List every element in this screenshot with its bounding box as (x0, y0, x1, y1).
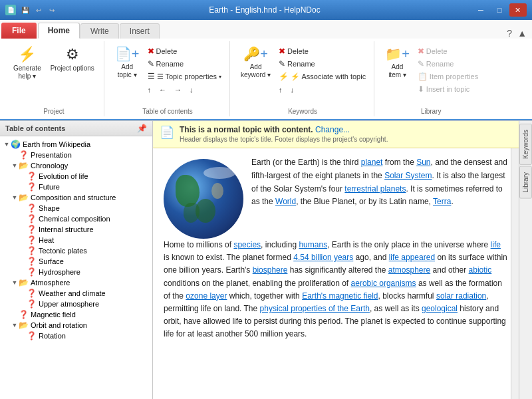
kw-delete-button[interactable]: ✖ Delete (276, 45, 368, 57)
toggle-atmosphere[interactable]: ▼ (11, 279, 19, 286)
tree-item-chemical[interactable]: ❓ Chemical composition (0, 213, 152, 224)
toc-right-button[interactable]: → (172, 84, 184, 95)
add-keyword-button[interactable]: 🔑+ Addkeyword ▾ (237, 44, 275, 81)
sidebar-header-icons: 📌 (137, 124, 147, 133)
maximize-button[interactable]: □ (491, 3, 508, 17)
kw-rename-button[interactable]: ✎ Rename (276, 58, 368, 70)
link-humans[interactable]: humans (299, 240, 327, 249)
toc-delete-button[interactable]: ✖ Delete (145, 45, 225, 57)
link-physical-props[interactable]: physical properties of the Earth (260, 304, 370, 313)
generate-help-button[interactable]: ⚡ Generatehelp ▾ (9, 44, 45, 82)
tree-item-hydrosphere[interactable]: ❓ Hydrosphere (0, 267, 152, 277)
topic-properties-button[interactable]: ☰ ☰ Topic properties ▾ (145, 70, 225, 82)
kw-rename-label: Rename (287, 60, 315, 68)
link-atmosphere[interactable]: atmosphere (388, 265, 430, 275)
tree-item-composition[interactable]: ▼ 📂 Composition and structure (0, 192, 152, 203)
notice-icon: 📄 (160, 125, 174, 140)
tree-item-rotation[interactable]: ❓ Rotation (0, 331, 152, 341)
vtab-keywords[interactable]: Keywords (519, 124, 532, 165)
link-solar-radiation[interactable]: solar radiation (436, 291, 486, 301)
sidebar-tree: ▼ 🌍 Earth from Wikipedia ❓ Presentation … (0, 136, 152, 399)
lib-rename-icon: ✎ (418, 59, 424, 68)
tree-item-heat[interactable]: ❓ Heat (0, 235, 152, 245)
ribbon-help-icon[interactable]: ? (507, 28, 512, 39)
add-topic-icon: 📄+ (115, 46, 140, 62)
notice-change-link[interactable]: Change... (315, 125, 350, 134)
library-col: ✖ Delete ✎ Rename 📋 Item properties ⬇ In… (415, 44, 481, 106)
sidebar-pin-icon[interactable]: 📌 (137, 124, 147, 133)
weather-label: Weather and climate (39, 289, 106, 297)
project-options-button[interactable]: ⚙ Project options (47, 44, 98, 74)
tab-home[interactable]: Home (38, 23, 80, 39)
evolution-page-icon: ❓ (27, 172, 37, 181)
link-planet[interactable]: planet (361, 158, 383, 167)
composition-folder-icon: 📂 (19, 193, 29, 202)
tree-item-presentation[interactable]: ❓ Presentation (0, 150, 152, 160)
tree-item-chronology[interactable]: ▼ 📂 Chronology (0, 160, 152, 171)
quick-undo-icon[interactable]: ↩ (33, 5, 44, 15)
tree-item-magnetic[interactable]: ❓ Magnetic field (0, 309, 152, 320)
link-geological[interactable]: geological (422, 304, 458, 313)
link-sun[interactable]: Sun (416, 158, 430, 167)
quick-save-icon[interactable]: 💾 (20, 5, 31, 15)
associate-with-topic-button[interactable]: ⚡ ⚡ Associate with topic (276, 70, 368, 82)
minimize-button[interactable]: ─ (472, 3, 489, 17)
editor-content[interactable]: Earth (or the Earth) is the third planet… (153, 148, 519, 399)
toggle-chronology[interactable]: ▼ (11, 162, 19, 169)
toggle-orbit[interactable]: ▼ (11, 322, 19, 329)
tree-item-orbit[interactable]: ▼ 📂 Orbit and rotation (0, 320, 152, 331)
link-abiotic[interactable]: abiotic (469, 265, 492, 275)
link-aerobic[interactable]: aerobic organisms (351, 279, 416, 288)
link-ozone[interactable]: ozone layer (186, 291, 227, 301)
atmosphere-folder-icon: 📂 (19, 278, 29, 287)
link-terra[interactable]: Terra (433, 197, 451, 206)
link-species[interactable]: species (233, 240, 261, 249)
link-terrestrial[interactable]: terrestrial planets (344, 184, 406, 194)
toc-down-button[interactable]: ↓ (187, 84, 196, 95)
kw-up-button[interactable]: ↑ (276, 84, 285, 95)
link-billion-years[interactable]: 4.54 billion years (293, 253, 353, 262)
tree-item-upper[interactable]: ❓ Upper atmosphere (0, 299, 152, 309)
link-life[interactable]: life (491, 240, 501, 249)
tab-insert[interactable]: Insert (120, 23, 160, 39)
link-magnetic-field[interactable]: Earth's magnetic field (302, 291, 378, 301)
tree-item-tectonic[interactable]: ❓ Tectonic plates (0, 245, 152, 256)
toc-rename-button[interactable]: ✎ Rename (145, 58, 225, 70)
kw-down-button[interactable]: ↓ (288, 84, 297, 95)
toggle-composition[interactable]: ▼ (11, 194, 19, 201)
toc-left-button[interactable]: ← (156, 84, 169, 95)
tree-item-surface[interactable]: ❓ Surface (0, 256, 152, 267)
editor-text: Earth (or the Earth) is the third planet… (251, 156, 508, 239)
notice-sub: Header displays the topic's title. Foote… (180, 136, 388, 143)
tectonic-page-icon: ❓ (27, 246, 37, 255)
link-solar-system[interactable]: Solar System (384, 171, 432, 180)
tree-item-weather[interactable]: ❓ Weather and climate (0, 288, 152, 299)
lib-delete-icon: ✖ (418, 47, 424, 56)
tree-item-future[interactable]: ❓ Future (0, 182, 152, 192)
project-group-label: Project (4, 108, 104, 115)
tree-item-evolution[interactable]: ❓ Evolution of life (0, 171, 152, 182)
quick-redo-icon[interactable]: ↪ (47, 5, 57, 15)
add-topic-button[interactable]: 📄+ Addtopic ▾ (111, 44, 144, 81)
add-item-button[interactable]: 📁+ Additem ▾ (381, 44, 414, 81)
tree-item-earth[interactable]: ▼ 🌍 Earth from Wikipedia (0, 139, 152, 150)
toc-up-button[interactable]: ↑ (145, 84, 154, 95)
notice-content: This is a normal topic with content. Cha… (180, 125, 388, 144)
link-biosphere[interactable]: biosphere (253, 265, 288, 275)
tree-item-shape[interactable]: ❓ Shape (0, 203, 152, 213)
vtab-library[interactable]: Library (519, 166, 532, 199)
tab-write[interactable]: Write (80, 23, 119, 39)
link-world[interactable]: World (275, 197, 296, 206)
link-life-appeared[interactable]: life appeared (389, 253, 435, 262)
toggle-earth[interactable]: ▼ (3, 141, 11, 148)
topic-properties-label: ☰ Topic properties (157, 72, 217, 81)
tree-item-internal[interactable]: ❓ Internal structure (0, 224, 152, 235)
close-button[interactable]: ✕ (509, 3, 527, 17)
add-item-icon: 📁+ (385, 46, 410, 62)
editor-vscroll[interactable] (511, 148, 519, 399)
tab-file[interactable]: File (1, 23, 37, 39)
magnetic-page-icon: ❓ (19, 310, 29, 319)
tree-item-atmosphere[interactable]: ▼ 📂 Atmosphere (0, 277, 152, 288)
ribbon-minimize-icon[interactable]: ▲ (517, 28, 527, 39)
future-page-icon: ❓ (27, 182, 37, 192)
